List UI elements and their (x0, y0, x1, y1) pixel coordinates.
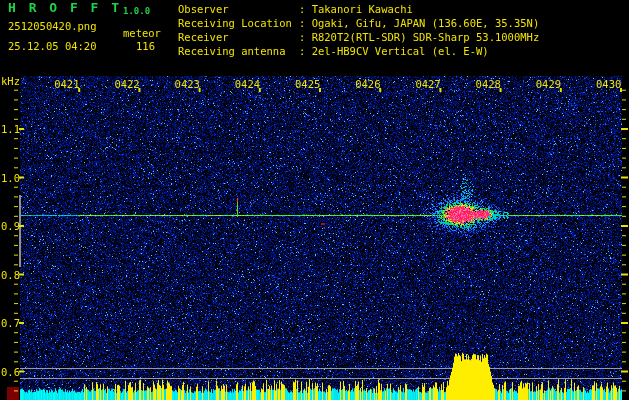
freq-tick-label: 0.9 (1, 220, 18, 232)
station-info-row: Receiver: R820T2(RTL-SDR) SDR-Sharp 53.1… (178, 30, 539, 44)
station-info-value: : 2el-HB9CV Vertical (el. E-W) (299, 45, 489, 57)
freq-tick-label: 0.6 (1, 366, 18, 378)
time-tick-label: 0425 (295, 78, 319, 90)
frequency-unit-label: kHz (1, 75, 20, 87)
spectrogram-canvas (0, 0, 629, 400)
hrofft-window: H R O F F T 1.0.0 2512050420.png meteor … (0, 0, 629, 400)
time-tick-label: 0428 (476, 78, 500, 90)
echo-count: 116 (130, 40, 155, 52)
capture-filename: 2512050420.png (8, 20, 97, 32)
time-tick-label: 0429 (536, 78, 560, 90)
app-title: H R O F F T (8, 2, 122, 14)
time-tick-label: 0422 (114, 78, 138, 90)
station-info-row: Receiving antenna: 2el-HB9CV Vertical (e… (178, 44, 539, 58)
timestamp: 25.12.05 04:20 (8, 40, 97, 52)
station-info-label: Receiving Location (178, 16, 299, 30)
freq-tick-label: 0.7 (1, 317, 18, 329)
station-info-value: : R820T2(RTL-SDR) SDR-Sharp 53.1000MHz (299, 31, 539, 43)
station-info-label: Receiver (178, 30, 299, 44)
time-tick-label: 0421 (54, 78, 78, 90)
app-version: 1.0.0 (123, 5, 150, 17)
station-info-value: : Takanori Kawachi (299, 3, 413, 15)
freq-tick-label: 1.1 (1, 123, 18, 135)
station-info-row: Observer: Takanori Kawachi (178, 2, 539, 16)
time-tick-label: 0424 (235, 78, 259, 90)
time-tick-label: 0426 (355, 78, 379, 90)
station-info-label: Receiving antenna (178, 44, 299, 58)
freq-tick-label: 1.0 (1, 172, 18, 184)
station-info-value: : Ogaki, Gifu, JAPAN (136.60E, 35.35N) (299, 17, 539, 29)
station-info-row: Receiving Location: Ogaki, Gifu, JAPAN (… (178, 16, 539, 30)
time-tick-label: 0430 (596, 78, 620, 90)
time-tick-label: 0423 (175, 78, 199, 90)
station-info: Observer: Takanori KawachiReceiving Loca… (178, 2, 539, 58)
station-info-label: Observer (178, 2, 299, 16)
freq-tick-label: 0.8 (1, 269, 18, 281)
time-tick-label: 0427 (415, 78, 439, 90)
mode-label: meteor (123, 27, 161, 39)
